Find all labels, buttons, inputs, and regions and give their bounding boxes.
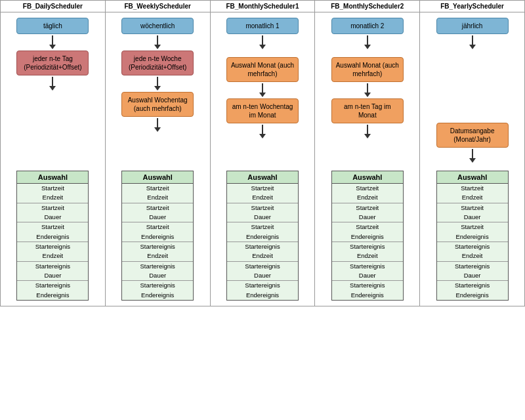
selection-row-1: StartzeitDauer: [437, 203, 508, 223]
selection-row-3: StartereignisEndzeit: [227, 242, 298, 262]
sel-item: Endzeit: [227, 251, 298, 261]
selection-row-0: StartzeitEndzeit: [17, 184, 88, 203]
selection-row-5: StartereignisEndereignis: [227, 281, 298, 300]
sel-item: Dauer: [122, 213, 193, 222]
arrow-head: [364, 45, 371, 49]
arrow-monthly2-arrow1: [364, 35, 371, 49]
selection-row-4: StartereignisDauer: [332, 262, 403, 282]
arrow-monthly1-arrow1: [259, 35, 266, 49]
sel-item: Startereignis: [17, 262, 88, 271]
selection-row-0: StartzeitEndzeit: [437, 184, 508, 203]
sel-item: Startereignis: [122, 281, 193, 290]
mid-box3-monthly2: am n-ten Tag im Monat: [331, 98, 404, 123]
arrow-monthly2-arrow3: [364, 83, 371, 97]
column-monthly1: FB_MonthlyScheduler1monatlich 1Auswahl M…: [211, 1, 316, 306]
selection-table-weekly: AuswahlStartzeitEndzeitStartzeitDauerSta…: [121, 171, 194, 301]
sel-item: Startzeit: [227, 222, 298, 232]
arrow-head: [154, 86, 161, 91]
selection-row-2: StartzeitEndereignis: [227, 222, 298, 242]
selection-row-5: StartereignisEndereignis: [17, 281, 88, 300]
selection-row-4: StartereignisDauer: [122, 262, 193, 282]
arrow-monthly1-arrow3: [259, 83, 266, 97]
arrow-head: [154, 127, 161, 132]
column-yearly: FB_YearlySchedulerjährlichDatumsangabe (…: [420, 1, 524, 306]
selection-row-1: StartzeitDauer: [227, 203, 298, 223]
selection-row-2: StartzeitEndereignis: [437, 222, 508, 242]
selection-header-monthly1: Auswahl: [227, 171, 298, 184]
sel-item: Startzeit: [437, 203, 508, 213]
sel-item: Startzeit: [17, 222, 88, 232]
selection-row-4: StartereignisDauer: [227, 262, 298, 282]
selection-row-3: StartereignisEndzeit: [122, 242, 193, 262]
sel-item: Endereignis: [227, 232, 298, 242]
selection-row-3: StartereignisEndzeit: [17, 242, 88, 262]
sel-item: Dauer: [437, 213, 508, 222]
sel-item: Dauer: [332, 271, 403, 280]
top-box-weekly: wöchentlich: [121, 18, 194, 34]
arrow-head: [259, 45, 266, 49]
mid-box2-monthly1: Auswahl Monat (auch mehrfach): [226, 57, 299, 82]
selection-row-5: StartereignisEndereignis: [332, 281, 403, 300]
arrow-head: [259, 93, 266, 97]
arrow-weekly-arrow1: [154, 35, 161, 49]
sel-item: Endereignis: [17, 291, 88, 300]
mid-box2-weekly: Auswahl Wochentag (auch mehrfach): [121, 92, 194, 117]
selection-header-daily: Auswahl: [17, 171, 88, 184]
sel-item: Dauer: [227, 213, 298, 222]
mid-box1-weekly: jede n-te Woche (Periodizität+Offset): [121, 51, 194, 75]
selection-row-2: StartzeitEndereignis: [122, 222, 193, 242]
selection-table-monthly2: AuswahlStartzeitEndzeitStartzeitDauerSta…: [331, 171, 404, 301]
arrow-head: [469, 45, 476, 49]
sel-item: Dauer: [17, 213, 88, 222]
sel-item: Startzeit: [332, 184, 403, 193]
selection-row-0: StartzeitEndzeit: [332, 184, 403, 203]
top-box-monthly1: monatlich 1: [226, 18, 299, 34]
sel-item: Startereignis: [437, 242, 508, 251]
col-header-yearly: FB_YearlyScheduler: [420, 1, 524, 12]
col-header-monthly1: FB_MonthlyScheduler1: [211, 1, 315, 12]
sel-item: Dauer: [227, 271, 298, 280]
selection-row-1: StartzeitDauer: [332, 203, 403, 223]
sel-item: Startereignis: [17, 281, 88, 290]
selection-row-4: StartereignisDauer: [437, 262, 508, 282]
arrow-line: [367, 35, 368, 45]
sel-item: Startzeit: [17, 203, 88, 213]
mid-box1-daily: jeder n-te Tag (Periodizität+Offset): [16, 51, 89, 75]
mid-box2-monthly2: Auswahl Monat (auch mehrfach): [331, 57, 404, 82]
arrow-head: [49, 86, 56, 91]
sel-item: Startzeit: [122, 184, 193, 193]
sel-item: Endzeit: [437, 251, 508, 261]
arrow-line: [262, 83, 263, 93]
sel-item: Startereignis: [437, 262, 508, 271]
sel-item: Endzeit: [17, 193, 88, 202]
sel-item: Startzeit: [437, 184, 508, 193]
selection-row-5: StartereignisEndereignis: [122, 281, 193, 300]
sel-item: Endereignis: [437, 291, 508, 300]
sel-item: Endereignis: [332, 291, 403, 300]
sel-item: Endzeit: [122, 193, 193, 202]
arrow-yearly-arrow4: [469, 149, 476, 163]
sel-item: Endereignis: [332, 232, 403, 242]
sel-item: Startereignis: [332, 242, 403, 251]
arrow-weekly-arrow2: [154, 77, 161, 91]
sel-item: Endereignis: [122, 291, 193, 300]
top-box-daily: täglich: [16, 18, 89, 34]
col-body-monthly2: monatlich 2Auswahl Monat (auch mehrfach)…: [315, 12, 419, 306]
sel-item: Endereignis: [17, 232, 88, 242]
column-monthly2: FB_MonthlyScheduler2monatlich 2Auswahl M…: [315, 1, 420, 306]
top-box-monthly2: monatlich 2: [331, 18, 404, 34]
sel-item: Endzeit: [437, 193, 508, 202]
arrow-line: [367, 125, 368, 134]
arrow-line: [157, 118, 158, 127]
selection-row-5: StartereignisEndereignis: [437, 281, 508, 300]
selection-row-1: StartzeitDauer: [17, 203, 88, 223]
selection-row-0: StartzeitEndzeit: [227, 184, 298, 203]
sel-item: Startzeit: [122, 222, 193, 232]
mid-box3-yearly: Datumsangabe (Monat/Jahr): [436, 123, 509, 148]
sel-item: Endzeit: [122, 251, 193, 261]
arrow-monthly2-arrow4: [364, 125, 371, 138]
sel-item: Startzeit: [227, 203, 298, 213]
sel-item: Endzeit: [332, 193, 403, 202]
sel-item: Endereignis: [122, 232, 193, 242]
arrow-weekly-arrow3: [154, 118, 161, 132]
